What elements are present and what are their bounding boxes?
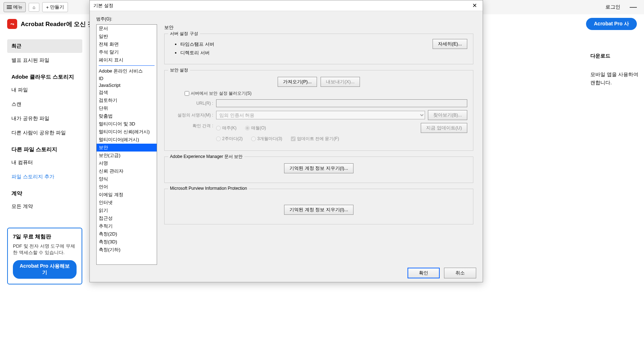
mobile-text-1: 모바일 앱을 사용하여 <box>590 70 640 78</box>
sidebar-item-add-storage[interactable]: 파일 스토리지 추가 <box>7 170 82 184</box>
group-aem: Adobe Experience Manager 문서 보안 기억된 계정 정보… <box>164 157 473 183</box>
category-item[interactable]: 양식 <box>97 175 157 183</box>
purview-clear-button[interactable]: 기억된 계정 정보 지우기(I)... <box>284 205 353 215</box>
download-header: 다운로드 <box>590 52 640 60</box>
welcome-text: Acrobat Reader에 오신 것을 <box>21 20 100 28</box>
category-item[interactable]: 측정(기하) <box>97 246 157 254</box>
signer-select: 임의 인증서 허용 <box>216 111 425 119</box>
category-item[interactable]: ID <box>97 75 157 82</box>
category-item[interactable]: 읽기 <box>97 207 157 214</box>
aem-clear-button[interactable]: 기억된 계정 정보 지우기(I)... <box>284 163 353 173</box>
signer-label: 설정의 서명자(M) : <box>170 112 213 118</box>
category-item[interactable]: 검색 <box>97 89 157 96</box>
acrobat-logo-icon: ⤳ <box>7 19 17 29</box>
load-from-server-label: 서버에서 보안 설정 불러오기(S) <box>191 90 252 96</box>
group-title-purview: Microsoft Purview Information Protection <box>168 186 249 191</box>
category-divider <box>99 65 155 66</box>
category-item[interactable]: 멀티미디어 신뢰(레거시) <box>97 128 157 136</box>
category-item[interactable]: 보안(고급) <box>97 152 157 159</box>
sidebar-item-recent[interactable]: 최근 <box>7 39 82 53</box>
pane-title: 보안 <box>164 24 473 31</box>
menu-label: 메뉴 <box>13 4 23 10</box>
sidebar-item-all-agreements[interactable]: 모든 계약 <box>7 200 82 213</box>
details-button[interactable]: 자세히(E)... <box>433 39 467 49</box>
category-item[interactable]: JavaScript <box>97 82 157 89</box>
ok-button[interactable]: 확인 <box>408 268 440 278</box>
interval-label: 확인 간격 : <box>170 123 213 129</box>
create-label: 만들기 <box>50 4 64 10</box>
radio-biweekly: 2주마다(2) <box>216 136 243 142</box>
category-item[interactable]: 단위 <box>97 104 157 112</box>
category-item[interactable]: 주석 달기 <box>97 48 157 56</box>
category-item[interactable]: 문서 <box>97 25 157 33</box>
category-item[interactable]: 서명 <box>97 159 157 167</box>
group-server-config: 서버 설정 구성 자세히(E)... 타임스탬프 서버 디렉토리 서버 <box>164 34 473 64</box>
category-item[interactable]: 보안 <box>97 144 157 152</box>
group-purview: Microsoft Purview Information Protection… <box>164 189 473 224</box>
preferences-dialog: 기본 설정 ✕ 범주(G): 문서일반전체 화면주석 달기페이지 표시Adobe… <box>89 0 483 282</box>
server-item-timestamp: 타임스탬프 서버 <box>180 41 467 48</box>
trial-card: 7일 무료 체험판 PDF 및 전자 서명 도구에 무제한 액세스할 수 있습니… <box>7 228 82 284</box>
category-item[interactable]: 접근성 <box>97 214 157 222</box>
category-item[interactable]: 추적기 <box>97 222 157 230</box>
sidebar-item-mycomputer[interactable]: 내 컴퓨터 <box>7 156 82 169</box>
menu-button[interactable]: 메뉴 <box>4 2 26 12</box>
group-title-security: 보안 설정 <box>168 67 190 73</box>
category-label: 범주(G): <box>96 16 476 22</box>
radio-quarterly: 3개월마다(3) <box>251 136 282 142</box>
url-input <box>216 99 467 107</box>
url-label: URL(R) : <box>170 101 213 106</box>
sidebar-item-scan[interactable]: 스캔 <box>7 98 82 111</box>
category-item[interactable]: 신뢰 관리자 <box>97 167 157 175</box>
group-security-settings: 보안 설정 가져오기(P)... 내보내기(X)... 서버에서 보안 설정 불… <box>164 70 473 151</box>
group-title-server: 서버 설정 구성 <box>168 31 200 37</box>
category-item[interactable]: 일반 <box>97 33 157 40</box>
category-item[interactable]: 멀티미디어 및 3D <box>97 120 157 128</box>
export-button: 내보내기(X)... <box>321 77 360 87</box>
group-title-aem: Adobe Experience Manager 문서 보안 <box>168 154 244 160</box>
radio-monthly: 매월(O) <box>245 125 266 131</box>
import-button[interactable]: 가져오기(P)... <box>278 77 317 87</box>
browse-button: 찾아보기(B)... <box>428 110 467 120</box>
sidebar-item-myfiles[interactable]: 내 파일 <box>7 83 82 97</box>
close-icon[interactable]: ✕ <box>470 2 479 9</box>
trial-title: 7일 무료 체험판 <box>13 233 77 240</box>
login-link[interactable]: 로그인 <box>605 4 620 10</box>
category-list[interactable]: 문서일반전체 화면주석 달기페이지 표시Adobe 온라인 서비스IDJavaS… <box>96 24 157 265</box>
sidebar-header-other: 다른 파일 스토리지 <box>11 146 78 153</box>
sidebar-item-shared-by-me[interactable]: 내가 공유한 파일 <box>7 112 82 125</box>
category-item[interactable]: 맞춤법 <box>97 112 157 120</box>
category-item[interactable]: 인터넷 <box>97 199 157 207</box>
home-button[interactable]: ⌂ <box>29 3 39 12</box>
sidebar-item-starred[interactable]: 별표 표시된 파일 <box>7 54 82 67</box>
radio-weekly: 매주(K) <box>216 125 236 131</box>
sidebar-item-shared-by-others[interactable]: 다른 사람이 공유한 파일 <box>7 126 82 140</box>
category-item[interactable]: 이메일 계정 <box>97 191 157 199</box>
trial-button[interactable]: Acrobat Pro 사용해보기 <box>13 260 77 279</box>
dialog-title: 기본 설정 <box>93 3 470 9</box>
category-item[interactable]: 측정(3D) <box>97 238 157 246</box>
load-from-server-input[interactable] <box>185 91 189 96</box>
category-item[interactable]: 측정(2D) <box>97 230 157 238</box>
plus-icon: + <box>46 5 49 10</box>
hamburger-icon <box>7 5 12 10</box>
category-item[interactable]: 언어 <box>97 183 157 191</box>
category-item[interactable]: 검토하기 <box>97 96 157 104</box>
sidebar-header-agreements: 계약 <box>11 190 78 197</box>
category-item[interactable]: 전체 화면 <box>97 40 157 48</box>
category-item[interactable]: 멀티미디어(레거시) <box>97 136 157 144</box>
sidebar-header-cloud: Adobe 클라우드 스토리지 <box>11 74 78 80</box>
minimize-button[interactable]: — <box>626 3 640 11</box>
mobile-text-2: 캔합니다. <box>590 79 640 86</box>
ask-before-update-checkbox: 업데이트 전에 묻기(F) <box>291 136 339 142</box>
home-icon: ⌂ <box>33 5 35 10</box>
load-from-server-checkbox[interactable]: 서버에서 보안 설정 불러오기(S) <box>185 90 467 96</box>
acrobat-pro-button[interactable]: Acrobat Pro 사 <box>586 18 637 30</box>
update-now-button: 지금 업데이트(U) <box>421 123 467 133</box>
cancel-button[interactable]: 취소 <box>444 268 476 278</box>
category-item[interactable]: Adobe 온라인 서비스 <box>97 67 157 75</box>
server-item-directory: 디렉토리 서버 <box>180 50 467 56</box>
create-button[interactable]: + 만들기 <box>42 2 68 12</box>
trial-desc: PDF 및 전자 서명 도구에 무제한 액세스할 수 있습니다. <box>13 243 77 256</box>
category-item[interactable]: 페이지 표시 <box>97 56 157 64</box>
